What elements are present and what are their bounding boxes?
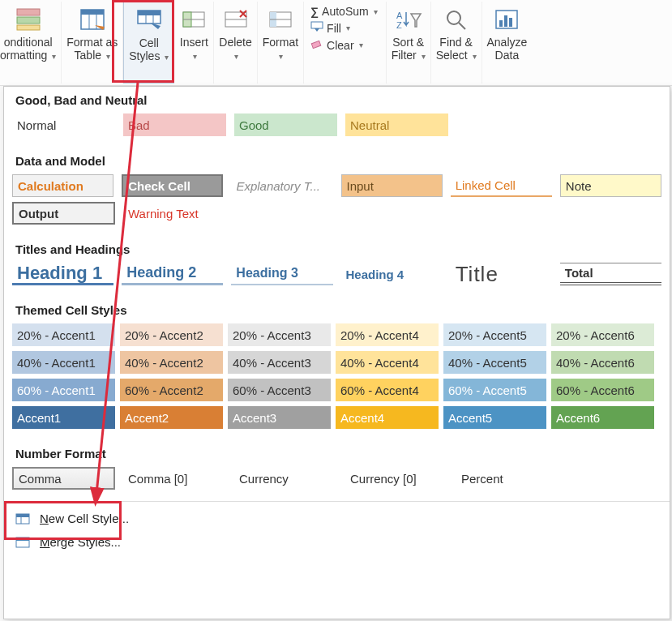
style-20-accent5[interactable]: 20% - Accent5 (443, 323, 546, 346)
style-warning-text[interactable]: Warning Text (123, 202, 226, 225)
style-total[interactable]: Total (560, 263, 661, 285)
style-good[interactable]: Good (234, 113, 337, 136)
eraser-icon (310, 38, 323, 52)
new-cell-style-icon (15, 512, 32, 525)
format-as-table-button[interactable]: Format asTable ▾ (62, 2, 123, 84)
insert-label: Insert▾ (180, 36, 208, 62)
style-40-accent6[interactable]: 40% - Accent6 (551, 351, 654, 374)
style-40-accent2[interactable]: 40% - Accent2 (120, 351, 223, 374)
style-60-accent1[interactable]: 60% - Accent1 (12, 379, 115, 401)
style-neutral[interactable]: Neutral (345, 113, 448, 136)
svg-rect-2 (17, 25, 40, 30)
svg-line-24 (459, 23, 465, 29)
sort-filter-label: Sort &Filter ▾ (392, 36, 426, 62)
insert-cells-icon (179, 5, 208, 34)
analyze-data-label: AnalyzeData (487, 36, 528, 62)
style-40-accent1[interactable]: 40% - Accent1 (12, 351, 115, 374)
sigma-icon: ∑ (310, 5, 319, 18)
style-heading-3[interactable]: Heading 3 (231, 263, 332, 285)
chevron-down-icon: ▾ (279, 52, 283, 61)
delete-button[interactable]: Delete▾ (214, 2, 257, 84)
sort-filter-icon: AZ (394, 5, 423, 34)
chevron-down-icon: ▾ (165, 53, 169, 62)
find-select-button[interactable]: Find &Select ▾ (431, 2, 482, 84)
svg-rect-0 (17, 9, 40, 15)
style-comma-0[interactable]: Comma [0] (123, 467, 226, 490)
style-40-accent4[interactable]: 40% - Accent4 (336, 351, 439, 374)
style-60-accent4[interactable]: 60% - Accent4 (336, 379, 439, 401)
chevron-down-icon: ▾ (473, 52, 477, 61)
sort-filter-button[interactable]: AZ Sort &Filter ▾ (387, 2, 431, 84)
style-60-accent6[interactable]: 60% - Accent6 (551, 379, 654, 401)
style-title[interactable]: Title (451, 263, 552, 285)
ribbon: onditionalormatting ▾ Format asTable ▾ C… (0, 0, 672, 86)
delete-cells-icon (221, 5, 250, 34)
style-20-accent4[interactable]: 20% - Accent4 (336, 323, 439, 346)
style-heading-2[interactable]: Heading 2 (122, 263, 223, 285)
svg-rect-1 (17, 17, 40, 24)
cell-styles-icon (135, 6, 164, 35)
style-heading-4[interactable]: Heading 4 (341, 263, 443, 285)
style-60-accent5[interactable]: 60% - Accent5 (443, 379, 546, 401)
chevron-down-icon: ▾ (359, 41, 363, 49)
style-explanatory[interactable]: Explanatory T... (231, 174, 332, 197)
style-accent1[interactable]: Accent1 (12, 406, 115, 429)
style-20-accent6[interactable]: 20% - Accent6 (551, 323, 654, 346)
section-number-format: Number Format (4, 440, 670, 467)
svg-rect-19 (311, 22, 323, 28)
merge-styles-menu[interactable]: MMerge Styles...erge Styles... (4, 530, 670, 554)
svg-rect-28 (509, 18, 512, 27)
magnifier-icon (442, 5, 471, 34)
svg-point-23 (447, 11, 460, 24)
insert-button[interactable]: Insert▾ (174, 2, 214, 84)
style-60-accent2[interactable]: 60% - Accent2 (120, 379, 223, 401)
style-comma[interactable]: Comma (12, 467, 115, 490)
style-20-accent1[interactable]: 20% - Accent1 (12, 323, 115, 346)
new-cell-style-menu[interactable]: NNew Cell Style...ew Cell Style... (4, 507, 670, 530)
svg-rect-20 (311, 41, 320, 48)
format-button[interactable]: Format▾ (258, 2, 304, 84)
style-40-accent5[interactable]: 40% - Accent5 (443, 351, 546, 374)
style-linked-cell[interactable]: Linked Cell (451, 174, 552, 197)
style-accent4[interactable]: Accent4 (336, 406, 439, 429)
style-20-accent2[interactable]: 20% - Accent2 (120, 323, 223, 346)
cell-styles-gallery: Good, Bad and Neutral Normal Bad Good Ne… (3, 86, 670, 619)
analyze-data-icon (492, 5, 521, 34)
format-as-table-icon (78, 5, 107, 34)
analyze-data-button[interactable]: AnalyzeData (482, 2, 533, 84)
style-bad[interactable]: Bad (123, 113, 226, 136)
style-calculation[interactable]: Calculation (12, 174, 113, 197)
section-good-bad-neutral: Good, Bad and Neutral (4, 87, 670, 113)
format-label: Format▾ (263, 36, 298, 62)
style-currency[interactable]: Currency (234, 467, 337, 490)
style-currency-0[interactable]: Currency [0] (345, 467, 448, 490)
chevron-down-icon: ▾ (193, 52, 197, 61)
style-40-accent3[interactable]: 40% - Accent3 (228, 351, 331, 374)
conditional-formatting-button[interactable]: onditionalormatting ▾ (0, 2, 62, 84)
svg-rect-4 (81, 10, 104, 15)
style-20-accent3[interactable]: 20% - Accent3 (228, 323, 331, 346)
chevron-down-icon: ▾ (106, 52, 110, 61)
cell-styles-button[interactable]: CellStyles ▾ (123, 2, 174, 84)
style-normal[interactable]: Normal (12, 113, 115, 136)
fill-button[interactable]: Fill ▾ (310, 21, 378, 35)
find-select-label: Find &Select ▾ (436, 36, 477, 62)
svg-rect-33 (16, 537, 29, 541)
gallery-footer-menu: NNew Cell Style...ew Cell Style... MMerg… (4, 501, 670, 559)
style-heading-1[interactable]: Heading 1 (12, 263, 113, 285)
style-input[interactable]: Input (341, 174, 443, 197)
style-percent[interactable]: Percent (456, 467, 559, 490)
svg-text:Z: Z (396, 20, 402, 30)
style-note[interactable]: Note (560, 174, 661, 197)
style-output[interactable]: Output (12, 202, 115, 225)
style-check-cell[interactable]: Check Cell (122, 174, 223, 197)
autosum-button[interactable]: ∑ AutoSum ▾ (310, 5, 378, 18)
chevron-down-icon: ▾ (52, 52, 56, 61)
clear-button[interactable]: Clear ▾ (310, 38, 378, 52)
style-accent5[interactable]: Accent5 (443, 406, 546, 429)
style-60-accent3[interactable]: 60% - Accent3 (228, 379, 331, 401)
style-accent6[interactable]: Accent6 (551, 406, 654, 429)
style-accent2[interactable]: Accent2 (120, 406, 223, 429)
style-accent3[interactable]: Accent3 (228, 406, 331, 429)
chevron-down-icon: ▾ (234, 52, 238, 61)
